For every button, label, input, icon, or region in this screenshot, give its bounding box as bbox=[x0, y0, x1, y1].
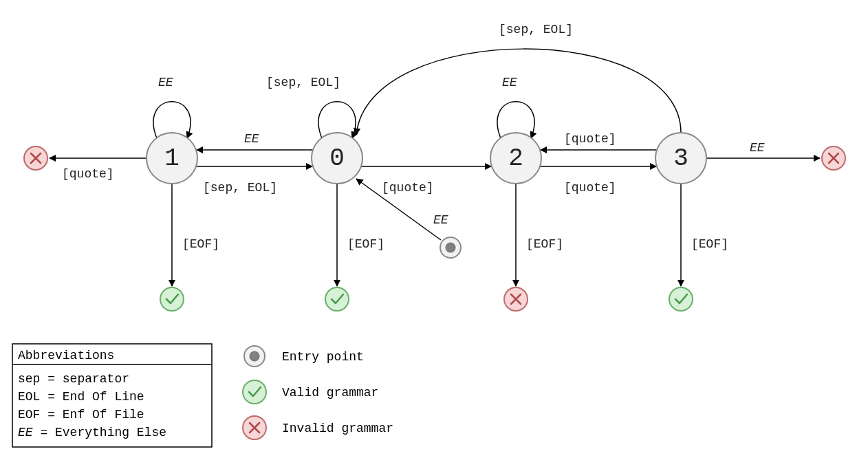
state-0-label: 0 bbox=[329, 144, 345, 173]
valid-node-s1 bbox=[160, 287, 184, 311]
svg-point-5 bbox=[669, 287, 693, 311]
label-entry: EE bbox=[433, 213, 448, 227]
svg-point-12 bbox=[243, 380, 266, 404]
legend-invalid-label: Invalid grammar bbox=[282, 422, 393, 435]
legend-row-0: sep = separator bbox=[18, 372, 129, 386]
svg-point-1 bbox=[446, 243, 455, 252]
entry-point-node bbox=[440, 237, 461, 258]
svg-point-3 bbox=[325, 287, 349, 311]
label-s2-eof: [EOF] bbox=[526, 237, 563, 251]
svg-point-11 bbox=[250, 351, 259, 361]
label-s0-s1: EE bbox=[244, 132, 259, 146]
state-2-label: 2 bbox=[508, 144, 523, 173]
invalid-node-right bbox=[822, 146, 845, 170]
label-s0-s2: [quote] bbox=[382, 181, 434, 195]
label-s3-eof: [EOF] bbox=[691, 237, 728, 251]
legend-invalid: Invalid grammar bbox=[243, 416, 393, 439]
label-s1-eof: [EOF] bbox=[182, 237, 219, 251]
legend-valid-label: Valid grammar bbox=[282, 386, 378, 400]
legend-row-1: EOL = End Of Line bbox=[18, 390, 144, 404]
label-s0-self: [sep, EOL] bbox=[266, 76, 340, 89]
label-s3-s0-top: [sep, EOL] bbox=[499, 23, 573, 36]
legend-abbreviations: Abbreviations sep = separator EOL = End … bbox=[12, 344, 212, 447]
state-diagram: EE [sep, EOL] EE [sep, EOL] EE [sep, EOL… bbox=[0, 0, 868, 469]
legend-entry: Entry point bbox=[244, 346, 364, 367]
edge-s3-s0-top bbox=[356, 49, 681, 135]
legend-valid: Valid grammar bbox=[243, 380, 378, 404]
legend-row-3: EE = Everything Else bbox=[18, 426, 166, 439]
label-s1-invalid: [quote] bbox=[62, 167, 114, 181]
label-s2-s3: [quote] bbox=[564, 181, 616, 195]
label-s3-s2: [quote] bbox=[564, 132, 616, 146]
label-s1-s0: [sep, EOL] bbox=[203, 181, 277, 195]
svg-point-2 bbox=[160, 287, 184, 311]
invalid-node-s2 bbox=[504, 287, 528, 311]
valid-node-s3 bbox=[669, 287, 693, 311]
label-s0-eof: [EOF] bbox=[347, 237, 384, 251]
label-s1-self: EE bbox=[158, 76, 173, 89]
legend-entry-label: Entry point bbox=[282, 350, 364, 364]
state-1-label: 1 bbox=[164, 144, 180, 173]
valid-node-s0 bbox=[325, 287, 349, 311]
invalid-node-left bbox=[24, 146, 47, 170]
label-s3-invalid: EE bbox=[750, 141, 765, 155]
state-3-label: 3 bbox=[673, 144, 688, 173]
legend-title: Abbreviations bbox=[18, 349, 114, 362]
legend-row-2: EOF = Enf Of File bbox=[18, 408, 144, 422]
label-s2-self: EE bbox=[502, 76, 517, 89]
